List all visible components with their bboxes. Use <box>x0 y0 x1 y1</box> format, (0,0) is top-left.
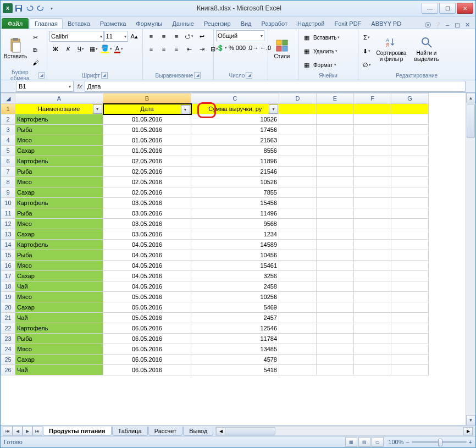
cell-F18[interactable] <box>354 281 391 292</box>
cell-E19[interactable] <box>317 292 354 302</box>
cell-F19[interactable] <box>354 292 391 302</box>
cell-C4[interactable]: 21563 <box>191 135 279 146</box>
cell-F25[interactable] <box>354 355 391 365</box>
cell-F5[interactable] <box>354 146 391 156</box>
cell-G7[interactable] <box>391 167 429 177</box>
paste-button[interactable]: Вставить <box>3 30 28 68</box>
cell-B5[interactable]: 01.05.2016 <box>103 146 191 156</box>
row-header-14[interactable]: 14 <box>1 240 15 250</box>
cell-D14[interactable] <box>279 240 317 250</box>
hscroll-left-icon[interactable]: ◀ <box>216 427 225 435</box>
cell-E6[interactable] <box>317 156 354 167</box>
copy-icon[interactable]: ⧉ <box>29 44 41 56</box>
filter-button-A[interactable]: ▼ <box>93 104 102 114</box>
cell-A24[interactable]: Мясо <box>15 344 103 355</box>
cell-G15[interactable] <box>391 250 429 261</box>
cell-B9[interactable]: 02.05.2016 <box>103 187 191 198</box>
cell-B6[interactable]: 02.05.2016 <box>103 156 191 167</box>
sheet-nav-last[interactable]: ⏭ <box>32 426 42 436</box>
number-format-combo[interactable]: Общий▾ <box>216 30 264 41</box>
cell-D4[interactable] <box>279 135 317 146</box>
cell-G19[interactable] <box>391 292 429 302</box>
cell-D12[interactable] <box>279 219 317 229</box>
cell-D22[interactable] <box>279 323 317 334</box>
hscroll-right-icon[interactable]: ▶ <box>463 427 473 435</box>
sheet-nav-first[interactable]: ⏮ <box>3 426 13 436</box>
cell-E23[interactable] <box>317 334 354 344</box>
col-header-F[interactable]: F <box>354 93 391 104</box>
cell-A25[interactable]: Сахар <box>15 355 103 365</box>
clipboard-launcher[interactable]: ◢ <box>38 72 45 79</box>
comma-icon[interactable]: 000 <box>235 42 246 54</box>
increase-decimal-icon[interactable]: .0→ <box>247 42 259 54</box>
cell-F26[interactable] <box>354 365 391 375</box>
cell-G10[interactable] <box>391 198 429 208</box>
cell-C21[interactable]: 2457 <box>191 313 279 323</box>
cell-E7[interactable] <box>317 167 354 177</box>
sheet-tab-3[interactable]: Рассчет <box>148 427 183 436</box>
cell-B8[interactable]: 02.05.2016 <box>103 177 191 187</box>
cell-B3[interactable]: 01.05.2016 <box>103 125 191 135</box>
view-pagebreak-icon[interactable]: ▭ <box>372 437 384 447</box>
tab-home[interactable]: Главная <box>30 18 63 29</box>
cell-B19[interactable]: 05.05.2016 <box>103 292 191 302</box>
align-launcher[interactable]: ◢ <box>194 72 201 79</box>
cell-G2[interactable] <box>391 114 429 125</box>
styles-button[interactable]: Стили <box>270 30 294 68</box>
cut-icon[interactable]: ✂ <box>29 31 41 43</box>
cell-F2[interactable] <box>354 114 391 125</box>
qat-redo[interactable] <box>36 3 46 13</box>
cell-C16[interactable]: 15461 <box>191 261 279 271</box>
font-color-icon[interactable]: A▾ <box>113 43 125 55</box>
row-header-18[interactable]: 18 <box>1 281 15 292</box>
cell-D8[interactable] <box>279 177 317 187</box>
qat-customize[interactable]: ▾ <box>47 3 57 13</box>
select-all[interactable]: ◢ <box>1 93 15 104</box>
cell-F22[interactable] <box>354 323 391 334</box>
italic-icon[interactable]: К <box>62 43 74 55</box>
qat-undo[interactable] <box>25 3 35 13</box>
cell-G16[interactable] <box>391 261 429 271</box>
cell-C14[interactable]: 14589 <box>191 240 279 250</box>
cell-A13[interactable]: Сахар <box>15 229 103 240</box>
tab-insert[interactable]: Вставка <box>63 18 95 29</box>
cell-E16[interactable] <box>317 261 354 271</box>
zoom-in-icon[interactable]: + <box>469 439 472 445</box>
cell-C10[interactable]: 15456 <box>191 198 279 208</box>
cell-F24[interactable] <box>354 344 391 355</box>
cell-D25[interactable] <box>279 355 317 365</box>
increase-indent-icon[interactable]: ⇥ <box>196 43 208 55</box>
cell-F8[interactable] <box>354 177 391 187</box>
cell-E11[interactable] <box>317 208 354 219</box>
row-header-15[interactable]: 15 <box>1 250 15 261</box>
cell-G14[interactable] <box>391 240 429 250</box>
cell-E12[interactable] <box>317 219 354 229</box>
cell-C20[interactable]: 5469 <box>191 302 279 313</box>
spreadsheet-grid[interactable]: ◢ABCDEFG1Наименование▼Дата▼Сумма выручки… <box>1 93 475 425</box>
cell-D9[interactable] <box>279 187 317 198</box>
cell-E5[interactable] <box>317 146 354 156</box>
cell-B13[interactable]: 03.05.2016 <box>103 229 191 240</box>
cell-C13[interactable]: 1234 <box>191 229 279 240</box>
col-header-C[interactable]: C <box>191 93 279 104</box>
cell-C6[interactable]: 11896 <box>191 156 279 167</box>
cell-B25[interactable]: 06.05.2016 <box>103 355 191 365</box>
row-header-1[interactable]: 1 <box>1 104 15 114</box>
cell-B20[interactable]: 05.05.2016 <box>103 302 191 313</box>
fx-icon[interactable]: fx <box>75 81 85 91</box>
cell-B7[interactable]: 02.05.2016 <box>103 167 191 177</box>
percent-icon[interactable]: % <box>228 42 235 54</box>
cell-B11[interactable]: 03.05.2016 <box>103 208 191 219</box>
cell-F10[interactable] <box>354 198 391 208</box>
tab-foxit[interactable]: Foxit PDF <box>329 18 366 29</box>
cell-G22[interactable] <box>391 323 429 334</box>
cell-C24[interactable]: 13485 <box>191 344 279 355</box>
cell-D1[interactable] <box>279 104 317 114</box>
cell-C9[interactable]: 7855 <box>191 187 279 198</box>
cell-A4[interactable]: Мясо <box>15 135 103 146</box>
cell-B4[interactable]: 01.05.2016 <box>103 135 191 146</box>
cell-A21[interactable]: Чай <box>15 313 103 323</box>
cell-E13[interactable] <box>317 229 354 240</box>
cell-B17[interactable]: 04.05.2016 <box>103 271 191 281</box>
close-button[interactable]: ✕ <box>457 3 473 14</box>
